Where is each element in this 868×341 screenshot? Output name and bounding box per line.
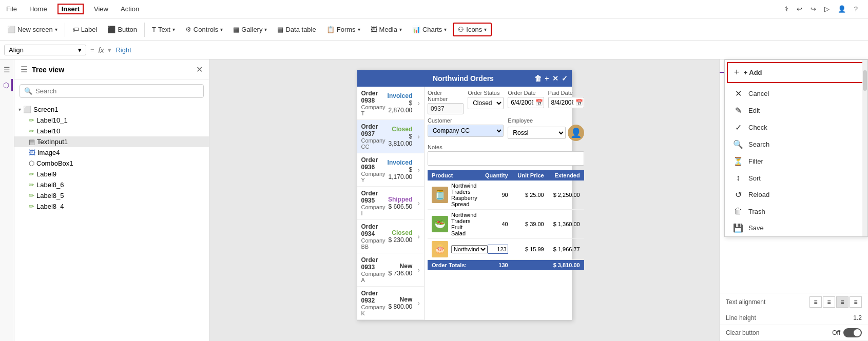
undo-icon[interactable]: ↩ <box>795 4 804 14</box>
icons-check-item[interactable]: ✓ Check <box>725 119 867 136</box>
help-icon[interactable]: ? <box>852 4 860 14</box>
label8-6-label: Label8_6 <box>36 181 64 189</box>
nw-add-icon[interactable]: + <box>545 74 549 83</box>
align-right-button[interactable]: ≡ <box>836 296 848 308</box>
nw-order-0933[interactable]: Order 0933 Company A New $ 736.00 › <box>357 253 424 287</box>
nw-trash-icon[interactable]: 🗑 <box>534 74 542 83</box>
nw-order-date-cal-icon[interactable]: 📅 <box>535 99 543 106</box>
icons-add-button[interactable]: + + Add <box>727 62 865 83</box>
menu-insert[interactable]: Insert <box>57 4 84 14</box>
northwind-panel: Northwind Orders 🗑 + ✕ ✓ Order 0938 Comp… <box>357 70 572 320</box>
align-left-button[interactable]: ≡ <box>809 296 822 308</box>
nw-product-qty-input-3[interactable] <box>488 245 508 254</box>
icons-filter-item[interactable]: ⏳ Filter <box>725 153 867 170</box>
sidenav-layers-icon[interactable]: ⬡ <box>1 79 13 91</box>
align-select[interactable]: Align ▾ <box>4 45 86 55</box>
text-icon: T <box>152 26 156 33</box>
icons-sort-item[interactable]: ↕ Sort <box>725 170 867 186</box>
toggle-knob <box>854 329 861 336</box>
line-height-value[interactable]: 1.2 <box>853 314 862 322</box>
tree-item-screen1[interactable]: ▾ ⬜ Screen1 <box>14 104 209 115</box>
tree-item-label9[interactable]: ✏ Label9 <box>14 169 209 179</box>
menu-file[interactable]: File <box>4 4 19 14</box>
nw-ph-qty: Quantity <box>477 172 508 178</box>
nw-order-status-field: Order Status Closed <box>468 90 504 114</box>
scrollbar-thumb <box>863 70 867 91</box>
nw-arrow-0933: › <box>417 266 420 274</box>
align-center-button[interactable]: ≡ <box>823 296 835 308</box>
nw-totals-label: Order Totals: <box>432 262 477 268</box>
nw-order-0932[interactable]: Order 0932 Company K New $ 800.00 › <box>357 287 424 320</box>
formula-value[interactable]: Right <box>115 46 131 54</box>
nw-arrow-0935: › <box>417 199 420 207</box>
nw-product-select-3[interactable]: Northwind Traders Cake Mix <box>451 245 488 253</box>
stethoscope-icon[interactable]: ⚕ <box>783 4 790 14</box>
user-icon[interactable]: 👤 <box>836 4 848 14</box>
nw-notes-field: Notes <box>428 144 584 167</box>
icons-trash-item[interactable]: 🗑 Trash <box>725 203 867 219</box>
icons-edit-item[interactable]: ✎ Edit <box>725 102 867 119</box>
nw-order-number-input[interactable] <box>428 103 464 114</box>
tree-item-label8-6[interactable]: ✏ Label8_6 <box>14 179 209 190</box>
panel-close-icon[interactable]: ✕ <box>196 65 203 74</box>
nw-title: Northwind Orders <box>396 74 531 83</box>
fx-label: fx <box>99 46 104 54</box>
charts-button[interactable]: 📊 Charts ▾ <box>408 24 451 35</box>
nw-body: Order 0938 Company T Invoiced $ 2,870.00… <box>357 87 572 320</box>
icons-cancel-item[interactable]: ✕ Cancel <box>725 85 867 102</box>
right-scrollbar[interactable] <box>862 60 867 236</box>
nw-check-icon[interactable]: ✓ <box>562 74 568 83</box>
nw-order-status-select[interactable]: Closed <box>468 97 504 109</box>
tree-item-label10[interactable]: ✏ Label10 <box>14 126 209 136</box>
nw-order-0938[interactable]: Order 0938 Company T Invoiced $ 2,870.00… <box>357 87 424 120</box>
tree-item-label10-1[interactable]: ✏ Label10_1 <box>14 115 209 126</box>
nw-customer-select-row: Company CC <box>428 125 504 137</box>
tree-item-label8-5[interactable]: ✏ Label8_5 <box>14 190 209 201</box>
gallery-icon: ▦ <box>233 26 239 33</box>
nw-customer-field: Customer Company CC <box>428 117 504 141</box>
label8-4-icon: ✏ <box>29 203 34 210</box>
icons-search-item[interactable]: 🔍 Search <box>725 136 867 153</box>
menu-view[interactable]: View <box>92 4 110 14</box>
forms-button[interactable]: 📋 Forms ▾ <box>322 24 364 35</box>
nw-order-0936[interactable]: Order 0936 Company Y Invoiced $ 1,170.00… <box>357 153 424 187</box>
nw-product-ext-2: $ 1,360.00 <box>544 221 580 227</box>
menu-home[interactable]: Home <box>27 4 49 14</box>
nw-header: Northwind Orders 🗑 + ✕ ✓ <box>357 70 572 87</box>
media-button[interactable]: 🖼 Media ▾ <box>367 24 406 35</box>
nw-paid-date-cal-icon[interactable]: 📅 <box>575 99 583 106</box>
tree-search-box[interactable]: 🔍 <box>20 84 204 98</box>
nw-customer-select[interactable]: Company CC <box>428 125 504 137</box>
nw-employee-select[interactable]: Rossi <box>508 127 565 139</box>
controls-button[interactable]: ⚙ Controls ▾ <box>181 24 227 35</box>
sidenav-menu-icon[interactable]: ☰ <box>2 64 12 76</box>
nw-order-0937[interactable]: Order 0937 Company CC Closed $ 3,810.00 … <box>357 120 424 153</box>
nw-arrow-0934: › <box>417 232 420 240</box>
tree-item-combobox1[interactable]: ⬡ ComboBox1 <box>14 158 209 169</box>
redo-icon[interactable]: ↪ <box>808 4 818 14</box>
newscreen-button[interactable]: ⬜ New screen ▾ <box>3 24 62 35</box>
nw-close-icon[interactable]: ✕ <box>552 74 558 83</box>
button-button[interactable]: ⬛ Button <box>103 24 141 35</box>
icons-save-item[interactable]: 💾 Save <box>725 219 867 236</box>
label-button[interactable]: 🏷 Label <box>68 24 102 35</box>
tree-item-label8-4[interactable]: ✏ Label8_4 <box>14 201 209 212</box>
gallery-button[interactable]: ▦ Gallery ▾ <box>229 24 271 35</box>
menu-action[interactable]: Action <box>119 4 141 14</box>
tree-item-textinput1[interactable]: ▤ TextInput1 <box>14 136 209 147</box>
text-button[interactable]: T Text ▾ <box>148 24 179 35</box>
tree-item-image4[interactable]: 🖼 Image4 <box>14 147 209 158</box>
nw-order-0935[interactable]: Order 0935 Company I Shipped $ 606.50 › <box>357 187 424 220</box>
main-content: ☰ ⬡ ☰ Tree view ✕ 🔍 ▾ ⬜ Screen1 ✏ Label1… <box>0 59 868 341</box>
icons-button[interactable]: ⚇ Icons ▾ <box>453 23 492 36</box>
nw-notes-input[interactable] <box>428 151 584 166</box>
align-justify-button[interactable]: ≡ <box>850 296 862 308</box>
icons-reload-item[interactable]: ↺ Reload <box>725 186 867 203</box>
play-icon[interactable]: ▷ <box>822 4 832 14</box>
nw-order-0934[interactable]: Order 0934 Company BB Closed $ 230.00 › <box>357 220 424 253</box>
clear-button-toggle[interactable] <box>843 328 862 337</box>
datatable-button[interactable]: ▤ Data table <box>273 24 320 35</box>
panel-hamburger-icon[interactable]: ☰ <box>21 65 28 74</box>
screen-icon: ⬜ <box>7 26 15 33</box>
tree-search-input[interactable] <box>35 87 199 95</box>
